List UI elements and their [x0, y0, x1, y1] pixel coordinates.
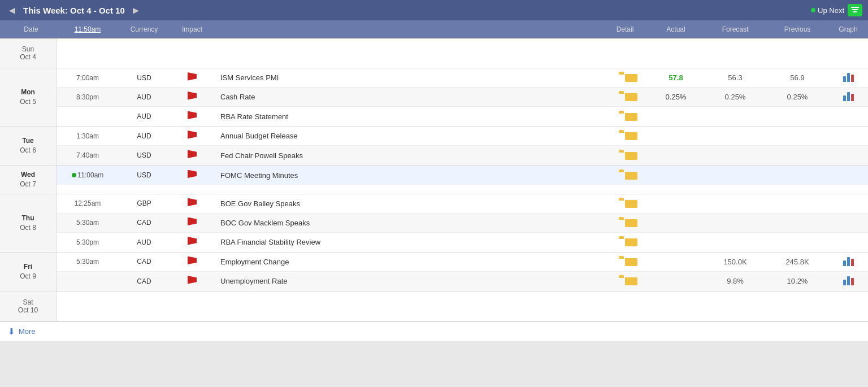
folder-body: [625, 152, 637, 160]
day-name: Fri: [24, 262, 32, 272]
event-previous: 245.8K: [766, 258, 828, 266]
high-impact-flag: [188, 92, 197, 101]
detail-folder-icon[interactable]: [619, 111, 631, 121]
event-name[interactable]: RBA Financial Stability Review: [215, 238, 602, 246]
folder-tab: [619, 275, 624, 278]
day-label: FriOct 9: [0, 253, 57, 291]
column-headers: Date 11:50am Currency Impact Detail Actu…: [0, 20, 868, 38]
event-name[interactable]: Unemployment Rate: [215, 277, 602, 285]
event-currency: USD: [119, 151, 170, 159]
col-header-currency: Currency: [119, 25, 170, 33]
day-row: TueOct 6 1:30am AUD Annual Budget Releas…: [0, 127, 868, 166]
up-next-label: Up Next: [818, 6, 844, 15]
footer[interactable]: ⬇ More: [0, 321, 868, 341]
folder-body: [625, 93, 637, 101]
event-forecast: 0.25%: [704, 93, 766, 101]
event-graph: [828, 72, 868, 84]
bar-chart-icon[interactable]: [843, 275, 854, 285]
high-impact-flag: [188, 150, 197, 159]
event-currency: CAD: [119, 258, 170, 266]
folder-body: [625, 238, 637, 246]
event-name[interactable]: BOC Gov Macklem Speaks: [215, 219, 602, 227]
detail-folder-icon[interactable]: [619, 198, 631, 208]
event-impact: [170, 237, 215, 247]
event-actual: 57.8: [648, 73, 704, 82]
next-week-arrow[interactable]: ▶: [129, 5, 142, 16]
prev-week-arrow[interactable]: ◀: [6, 5, 19, 16]
bar: [847, 73, 850, 82]
event-detail[interactable]: [602, 150, 648, 162]
event-name[interactable]: RBA Rate Statement: [215, 112, 602, 121]
event-detail[interactable]: [602, 256, 648, 268]
event-impact: [170, 198, 215, 209]
folder-body: [625, 74, 637, 82]
day-events: 1:30am AUD Annual Budget Release 7:40a: [57, 127, 868, 165]
svg-rect-1: [852, 9, 858, 10]
day-date: Oct 7: [20, 180, 36, 189]
more-label[interactable]: More: [19, 327, 36, 336]
bar: [851, 278, 854, 285]
detail-folder-icon[interactable]: [619, 236, 631, 246]
event-actual: 0.25%: [648, 93, 704, 101]
event-row: 5:30am CAD Employment Change 150.0K 245.…: [57, 253, 868, 272]
detail-folder-icon[interactable]: [619, 150, 631, 160]
event-impact: [170, 218, 215, 228]
event-detail[interactable]: [602, 198, 648, 210]
day-label: TueOct 6: [0, 127, 57, 165]
day-name: Wed: [21, 170, 35, 180]
event-detail[interactable]: [602, 275, 648, 287]
detail-folder-icon[interactable]: [619, 217, 631, 227]
day-row: WedOct 7 11:00am USD FOMC Meeting Minute…: [0, 166, 868, 194]
event-time: 5:30am: [57, 219, 119, 227]
detail-folder-icon[interactable]: [619, 169, 631, 180]
detail-folder-icon[interactable]: [619, 130, 631, 140]
event-time: 8:30pm: [57, 93, 119, 101]
day-label: ThuOct 8: [0, 194, 57, 252]
folder-body: [625, 132, 637, 140]
event-time: 7:00am: [57, 74, 119, 82]
title-bar: ◀ This Week: Oct 4 - Oct 10 ▶ Up Next: [0, 0, 868, 20]
folder-body: [625, 113, 637, 121]
col-header-time[interactable]: 11:50am: [57, 25, 119, 33]
event-detail[interactable]: [602, 111, 648, 123]
event-detail[interactable]: [602, 169, 648, 181]
bar: [851, 259, 854, 266]
day-label: WedOct 7: [0, 166, 57, 194]
event-name[interactable]: Annual Budget Release: [215, 132, 602, 140]
event-currency: AUD: [119, 93, 170, 101]
detail-folder-icon[interactable]: [619, 91, 631, 101]
high-impact-flag: [188, 237, 197, 246]
detail-folder-icon[interactable]: [619, 72, 631, 82]
event-impact: [170, 72, 215, 83]
event-impact: [170, 131, 215, 141]
event-currency: USD: [119, 171, 170, 179]
bar: [851, 94, 854, 101]
detail-folder-icon[interactable]: [619, 275, 631, 285]
col-header-impact: Impact: [170, 25, 215, 33]
event-name[interactable]: FOMC Meeting Minutes: [215, 171, 602, 180]
event-detail[interactable]: [602, 236, 648, 248]
detail-folder-icon[interactable]: [619, 256, 631, 266]
filter-button[interactable]: [848, 4, 862, 16]
folder-tab: [619, 169, 624, 172]
event-name[interactable]: Cash Rate: [215, 93, 602, 101]
bar-chart-icon[interactable]: [843, 72, 854, 82]
event-name[interactable]: BOE Gov Bailey Speaks: [215, 199, 602, 208]
bar-chart-icon[interactable]: [843, 91, 854, 101]
event-row: 12:25am GBP BOE Gov Bailey Speaks: [57, 194, 868, 214]
event-detail[interactable]: [602, 217, 648, 229]
event-detail[interactable]: [602, 72, 648, 84]
day-label: Sun Oct 4: [0, 38, 57, 68]
bar-chart-icon[interactable]: [843, 256, 854, 266]
event-time: 5:30am: [57, 258, 119, 266]
event-name[interactable]: Employment Change: [215, 258, 602, 266]
col-header-date: Date: [0, 25, 57, 33]
day-label: MonOct 5: [0, 68, 57, 126]
event-name[interactable]: ISM Services PMI: [215, 73, 602, 82]
event-name[interactable]: Fed Chair Powell Speaks: [215, 151, 602, 160]
event-detail[interactable]: [602, 130, 648, 142]
up-next-button[interactable]: Up Next: [811, 6, 844, 15]
svg-rect-2: [853, 11, 857, 12]
event-detail[interactable]: [602, 91, 648, 103]
event-row: 7:00am USD ISM Services PMI 57.8 56.3 56…: [57, 68, 868, 88]
